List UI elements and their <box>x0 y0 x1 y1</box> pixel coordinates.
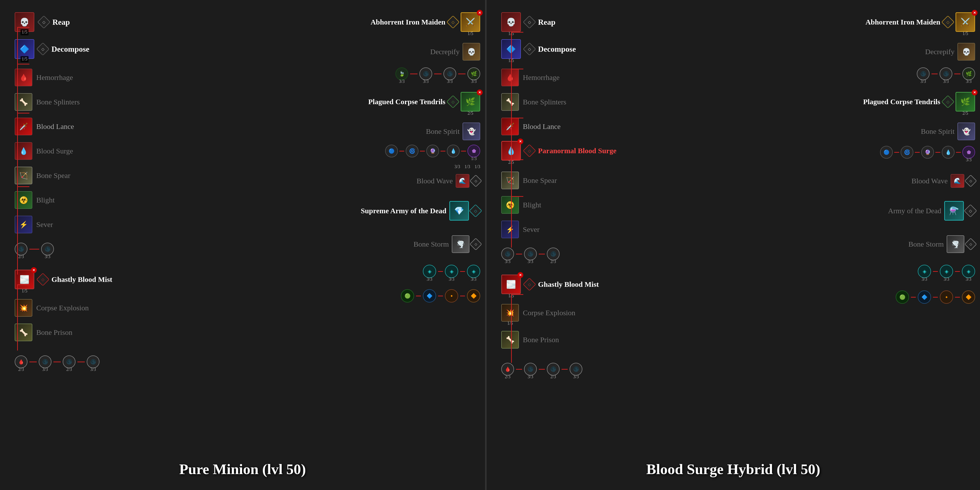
skill-iron-maiden-r[interactable]: ⚔️ ✕ 1/5 ◇ Abhorrent Iron Maiden <box>865 12 975 32</box>
blood-surge-label: Blood Surge <box>36 147 73 155</box>
decompose-count: 1/5 <box>20 56 29 62</box>
blood-mist-label-r: Ghastly Blood Mist <box>538 280 599 289</box>
blight-label: Blight <box>36 196 55 204</box>
skill-plagued-corpse-r[interactable]: 🌿 ✕ 2/5 ◇ Plagued Corpse Tendrils <box>863 92 975 112</box>
hemorrhage-label: Hemorrhage <box>36 73 73 81</box>
bone-spear-label: Bone Spear <box>36 171 70 180</box>
decrepify-label: Decrepify <box>430 48 460 56</box>
bone-spirit-label-r: Bone Spirit <box>921 127 955 136</box>
bottom-passives-row-1: 🌑 2/3 🌑 3/3 <box>15 243 54 255</box>
skill-bone-spirit[interactable]: 👻 Bone Spirit <box>426 123 480 140</box>
sub-counts-row: 1/3 1/3 3/3 <box>455 164 480 169</box>
sever-label: Sever <box>36 220 53 229</box>
skill-bone-prison[interactable]: 🦴 Bone Prison <box>15 324 73 341</box>
skill-supreme-army[interactable]: 💎 ◇ Supreme Army of the Dead <box>361 201 480 220</box>
skill-blight[interactable]: ☣️ Blight <box>15 191 55 209</box>
skill-blood-lance-r[interactable]: 🗡️ Blood Lance <box>501 118 560 135</box>
bone-spirit-label: Bone Spirit <box>426 127 460 136</box>
bottom-teal-r-1: ◈ 3/3 ◈ 3/3 ◈ 3/3 <box>918 265 975 278</box>
skill-decompose[interactable]: 🔷 1/5 ◇ Decompose <box>15 39 89 59</box>
skill-iron-maiden[interactable]: ⚔️ ✕ 1/5 ◇ Abhorrent Iron Maiden <box>371 12 480 32</box>
skill-corpse-explosion-r[interactable]: 💥 1/5 Corpse Explosion <box>501 304 575 322</box>
decompose-label-r: Decompose <box>538 45 576 54</box>
skill-bone-storm-r[interactable]: 🌪️ ◇ Bone Storm <box>908 235 975 253</box>
corpse-explosion-label-r: Corpse Explosion <box>523 309 575 317</box>
bottom-passives-row-2: 🩸 2/3 🌑 3/3 🌑 2/3 🌑 3/3 <box>15 356 99 368</box>
bottom-passives-r2: 🩸 2/3 🌑 3/3 🌑 2/3 🌑 3/3 <box>501 363 582 375</box>
plagued-corpse-label: Plagued Corpse Tendrils <box>368 97 445 106</box>
reap-count: 1/5 <box>20 29 29 35</box>
skill-blood-mist-r[interactable]: 🌫️ ✕ 1/5 ◇ Ghastly Blood Mist <box>501 275 599 294</box>
passive-chain-row-r: ⬟ 3/3 💧 🔮 🌀 🔵 <box>880 146 975 159</box>
left-panel: 💀 1/5 ◇ Reap 🔷 1/5 ◇ Decompose <box>0 0 485 490</box>
bone-prison-label-r: Bone Prison <box>523 335 559 344</box>
pure-minion-title: Pure Minion (lvl 50) <box>179 461 306 478</box>
skill-sever[interactable]: ⚡ Sever <box>15 216 53 233</box>
decrepify-label-r: Decrepify <box>925 48 955 56</box>
skill-blood-lance[interactable]: 🗡️ Blood Lance <box>15 118 74 135</box>
skill-blood-wave[interactable]: 🌊 ◇ Blood Wave <box>417 174 480 188</box>
passive-chain-row: ⬟ 1/3 💧 🔮 🌀 🔵 <box>385 145 480 157</box>
bottom-teal-row-2: 🔶 🔸 🔷 🟢 <box>401 289 480 302</box>
skill-corpse-explosion[interactable]: 💥 Corpse Explosion <box>15 299 89 317</box>
blight-label-r: Blight <box>523 201 541 209</box>
blood-wave-label-r: Blood Wave <box>912 177 948 185</box>
skill-bone-spear[interactable]: 🏹 Bone Spear <box>15 167 70 184</box>
skill-blight-r[interactable]: ☣️ Blight <box>501 196 541 214</box>
blood-surge-title: Blood Surge Hybrid (lvl 50) <box>646 461 820 478</box>
skill-bone-spirit-r[interactable]: 👻 Bone Spirit <box>921 123 975 140</box>
skill-bone-spear-r[interactable]: 🏹 Bone Spear <box>501 172 557 189</box>
skill-decompose-r[interactable]: 🔷 1/5 ◇ Decompose <box>501 39 576 59</box>
paranormal-blood-surge-label: Paranormal Blood Surge <box>538 147 616 155</box>
mid-passives: 🌿 3/3 🌑 3/3 🌑 3/3 🍃 3/3 <box>395 67 480 80</box>
skill-bone-storm[interactable]: 🌪️ ◇ Bone Storm <box>414 235 480 253</box>
reap-label-r: Reap <box>538 18 555 27</box>
skill-bone-splinters[interactable]: 🦴 Bone Splinters <box>15 93 80 111</box>
corpse-explosion-label: Corpse Explosion <box>36 304 89 312</box>
bone-splinters-label: Bone Splinters <box>36 98 80 106</box>
sever-label-r: Sever <box>523 225 539 234</box>
supreme-army-label: Supreme Army of the Dead <box>361 207 446 215</box>
bone-spear-label-r: Bone Spear <box>523 176 557 185</box>
skill-sever-r[interactable]: ⚡ Sever <box>501 220 539 238</box>
plagued-corpse-label-r: Plagued Corpse Tendrils <box>863 97 940 106</box>
decompose-label: Decompose <box>51 45 89 54</box>
skill-army-dead-r[interactable]: ⚗️ ◇ Army of the Dead <box>888 201 975 220</box>
bottom-passives-r: 🌑 3/3 🌑 3/3 🌑 2/3 <box>501 247 560 260</box>
skill-reap-r[interactable]: 💀 1/5 ◇ Reap <box>501 12 555 32</box>
skill-bone-prison-r[interactable]: 🦴 Bone Prison <box>501 331 559 349</box>
bottom-dark-r-2: 🔶 🔸 🔷 🟢 <box>896 290 975 304</box>
skill-blood-wave-r[interactable]: 🌊 ◇ Blood Wave <box>912 174 975 188</box>
skill-decrepify[interactable]: 💀 Decrepify <box>430 43 480 61</box>
blood-lance-label-r: Blood Lance <box>523 122 560 131</box>
reap-label: Reap <box>52 18 70 27</box>
right-panel: 💀 1/5 ◇ Reap 🔷 1/5 ◇ Decompose <box>487 0 980 490</box>
bottom-teal-row-1: ◈ 3/3 ◈ 3/3 ◈ 3/3 <box>423 265 480 278</box>
bone-storm-label-r: Bone Storm <box>908 240 944 248</box>
blood-mist-label: Ghastly Blood Mist <box>51 275 112 284</box>
skill-hemorrhage[interactable]: 🩸 Hemorrhage <box>15 69 73 86</box>
iron-maiden-label-r: Abhorrent Iron Maiden <box>865 18 940 26</box>
skill-plagued-corpse[interactable]: 🌿 ✕ 2/5 ◇ Plagued Corpse Tendrils <box>368 92 480 112</box>
blood-wave-label: Blood Wave <box>417 177 453 185</box>
blood-lance-label: Blood Lance <box>36 122 74 131</box>
skill-hemorrhage-r[interactable]: 🩸 Hemorrhage <box>501 69 560 86</box>
army-dead-label-r: Army of the Dead <box>888 207 941 215</box>
bone-prison-label: Bone Prison <box>36 328 73 337</box>
skill-decrepify-r[interactable]: 💀 Decrepify <box>925 43 975 61</box>
skill-paranormal-blood-surge[interactable]: 💧 ✕ 2/5 ◇ Paranormal Blood Surge <box>501 141 616 161</box>
hemorrhage-label-r: Hemorrhage <box>523 73 560 81</box>
skill-blood-mist[interactable]: 🌫️ ✕ 1/5 ◇ Ghastly Blood Mist <box>15 270 112 289</box>
bone-splinters-label-r: Bone Splinters <box>523 98 566 106</box>
mid-passives-r: 🌿 3/3 🌑 3/3 🌑 3/3 <box>917 67 975 80</box>
bone-storm-label: Bone Storm <box>414 240 449 248</box>
skill-blood-surge[interactable]: 💧 Blood Surge <box>15 142 73 160</box>
skill-reap[interactable]: 💀 1/5 ◇ Reap <box>15 12 70 32</box>
iron-maiden-label: Abhorrent Iron Maiden <box>371 18 445 26</box>
